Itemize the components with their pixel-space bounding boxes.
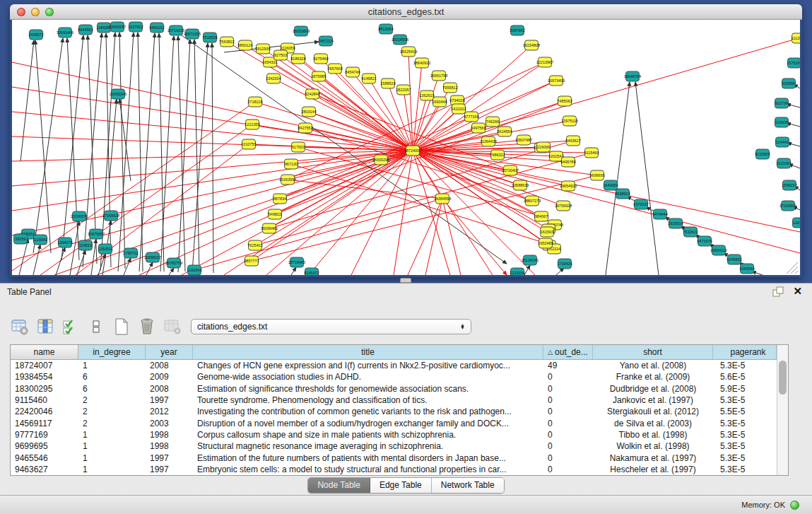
graph-node[interactable]: 16154808	[523, 40, 540, 50]
graph-node[interactable]: 7515526	[202, 33, 217, 42]
graph-node[interactable]: 9275468	[313, 54, 328, 64]
graph-node[interactable]: 2087682	[510, 25, 524, 35]
graph-node[interactable]: 922734	[775, 98, 789, 108]
panel-splitter-handle[interactable]	[400, 278, 411, 283]
column-header-in-degree[interactable]: in_degree	[78, 345, 146, 359]
graph-node[interactable]: 16782759	[165, 258, 182, 268]
table-cell[interactable]: de Silva et al. (2003)	[593, 419, 713, 428]
graph-node[interactable]: 1640954	[603, 180, 618, 190]
graph-edge[interactable]	[606, 82, 630, 275]
table-row[interactable]: 1830029562008Estimation of significance …	[11, 383, 777, 395]
graph-node[interactable]: 2803144	[301, 107, 316, 117]
table-cell[interactable]: 0	[543, 407, 593, 416]
graph-node[interactable]: 2223334	[510, 268, 524, 275]
table-cell[interactable]: 9699695	[11, 441, 78, 451]
table-cell[interactable]: 5.3E-5	[713, 441, 777, 451]
window-titlebar[interactable]: citations_edges.txt	[10, 4, 802, 20]
graph-node[interactable]: 1221355	[245, 119, 259, 129]
table-cell[interactable]: 5.6E-5	[713, 372, 777, 382]
graph-node[interactable]: 20206576	[71, 211, 88, 221]
graph-node[interactable]: 2342004	[266, 74, 281, 83]
graph-node[interactable]: 3624554	[497, 127, 512, 136]
graph-node[interactable]: 8454749	[345, 67, 360, 77]
selection-mode-icon[interactable]	[61, 317, 80, 337]
table-cell[interactable]: 2012	[146, 407, 193, 416]
table-cell[interactable]: 0	[543, 384, 593, 394]
graph-node[interactable]: 12213967	[536, 57, 553, 67]
graph-node[interactable]: 30691406	[57, 28, 73, 37]
table-cell[interactable]: 0	[543, 430, 593, 440]
table-cell[interactable]: Corpus callosum shape and size in male p…	[193, 430, 543, 440]
table-cell[interactable]: 1	[78, 453, 146, 463]
graph-node[interactable]: 9466162	[149, 23, 164, 33]
graph-node[interactable]: 932996	[782, 78, 796, 88]
graph-node[interactable]: 10973493	[548, 76, 565, 86]
graph-node[interactable]: 114519	[79, 240, 93, 250]
table-cell[interactable]: 9463627	[11, 465, 78, 474]
graph-edge[interactable]	[33, 245, 40, 275]
graph-node[interactable]: 1733426	[557, 259, 572, 269]
graph-node[interactable]: 9495788	[560, 157, 575, 167]
graph-node[interactable]: 7955812	[442, 83, 457, 93]
table-cell[interactable]: Tourette syndrome. Phenomenology and cla…	[193, 395, 543, 405]
graph-node[interactable]: 549822	[269, 209, 282, 219]
graph-node[interactable]: 2405572	[28, 30, 43, 40]
graph-node[interactable]: 8813054	[378, 24, 393, 34]
graph-edge[interactable]	[413, 38, 799, 151]
graph-node[interactable]: 39159	[14, 234, 28, 244]
table-cell[interactable]: 5.3E-5	[713, 430, 777, 440]
graph-node[interactable]: 9242848	[305, 89, 319, 99]
table-cell[interactable]: 1	[78, 361, 146, 370]
graph-node[interactable]: 15720407	[502, 165, 519, 175]
table-cell[interactable]: 9465546	[11, 453, 78, 463]
graph-node[interactable]: 1192346	[187, 265, 201, 275]
table-cell[interactable]: 6	[78, 372, 146, 382]
table-cell[interactable]: Stergiakouli et al. (2012)	[593, 407, 713, 416]
graph-edge[interactable]	[12, 102, 255, 271]
graph-node[interactable]: 18724007	[404, 146, 421, 156]
graph-node[interactable]: 10653257	[109, 22, 126, 32]
graph-node[interactable]: 16671355	[184, 29, 201, 39]
show-columns-icon[interactable]	[35, 317, 54, 337]
graph-node[interactable]: 19218506	[392, 35, 408, 45]
graph-node[interactable]: 16053809	[293, 26, 310, 36]
graph-node[interactable]: 1588520	[380, 78, 395, 88]
table-cell[interactable]: 2008	[146, 384, 193, 394]
table-cell[interactable]: Tibbo et al. (1998)	[593, 430, 713, 440]
graph-node[interactable]: 1250511	[98, 244, 112, 254]
graph-node[interactable]: 124441	[776, 137, 789, 147]
graph-node[interactable]: 10607487	[515, 135, 532, 145]
tab-node-table[interactable]: Node Table	[308, 478, 370, 493]
table-cell[interactable]: Embryonic stem cells: a model to study s…	[193, 465, 543, 474]
table-cell[interactable]: Nakamura et al. (1997)	[593, 453, 713, 463]
table-cell[interactable]: 0	[543, 419, 593, 428]
graph-node[interactable]: 10958107	[144, 252, 161, 262]
tab-network-table[interactable]: Network Table	[432, 478, 504, 493]
table-cell[interactable]: 2008	[146, 361, 193, 370]
graph-node[interactable]: 15718485	[288, 257, 305, 267]
graph-node[interactable]: 10654112	[710, 245, 727, 255]
table-cell[interactable]: Dudbridge et al. (2008)	[593, 384, 713, 394]
graph-node[interactable]: 7857224	[318, 36, 333, 46]
graph-node[interactable]: 984067	[535, 211, 548, 221]
table-row[interactable]: 911546021997Tourette syndrome. Phenomeno…	[11, 395, 777, 406]
table-row[interactable]: 1456911722003Disruption of a novel membe…	[11, 417, 777, 428]
graph-edge[interactable]	[212, 43, 213, 273]
table-cell[interactable]: 5.3E-5	[713, 395, 777, 405]
table-cell[interactable]: Jankovic et al. (1997)	[593, 395, 713, 405]
graph-node[interactable]: 9777169	[464, 112, 478, 122]
graph-node[interactable]: 1394275	[57, 238, 72, 247]
column-header-title[interactable]: title	[193, 345, 543, 359]
table-cell[interactable]: 1998	[146, 430, 193, 440]
graph-edge[interactable]	[56, 247, 65, 275]
graph-node[interactable]: 161503	[541, 227, 554, 237]
graph-edge[interactable]	[40, 124, 252, 275]
graph-edge[interactable]	[67, 38, 79, 260]
graph-node[interactable]: 10688639	[512, 180, 529, 190]
graph-node[interactable]: 1575187	[787, 58, 800, 68]
memory-status-indicator[interactable]	[790, 501, 799, 510]
close-icon[interactable]: ✕	[793, 285, 802, 298]
resize-grip-icon[interactable]	[787, 262, 798, 274]
table-cell[interactable]: 1	[78, 430, 146, 440]
graph-node[interactable]: 967130	[285, 159, 298, 169]
